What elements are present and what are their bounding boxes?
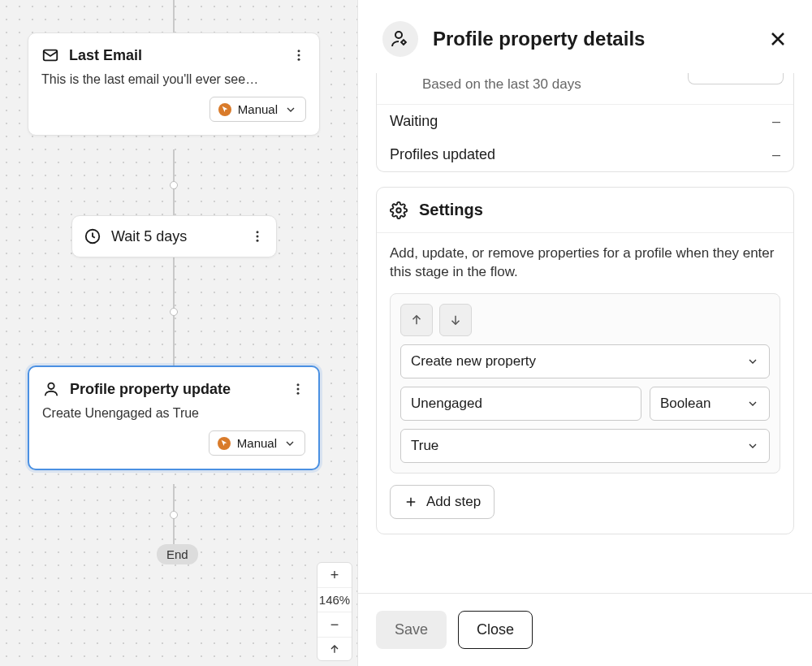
- flow-card-profile-property[interactable]: Profile property update Create Unengaged…: [28, 365, 320, 470]
- card-title: Wait 5 days: [111, 228, 187, 245]
- stat-row-waiting: Waiting –: [377, 105, 793, 138]
- zoom-controls: + 146% −: [317, 562, 352, 661]
- property-step-box: Create new property Unengaged Boolean: [390, 293, 780, 474]
- details-panel: Profile property details Based on the la…: [357, 0, 812, 666]
- svg-point-11: [297, 392, 300, 395]
- stats-box: Based on the last 30 days Waiting – Prof…: [376, 73, 794, 172]
- svg-point-14: [396, 208, 401, 213]
- close-button[interactable]: Close: [458, 611, 533, 649]
- status-dropdown[interactable]: Manual: [209, 97, 306, 122]
- flow-card-wait[interactable]: Wait 5 days: [71, 215, 277, 257]
- save-button[interactable]: Save: [376, 611, 447, 649]
- svg-point-9: [297, 383, 300, 386]
- connector-node[interactable]: [170, 511, 178, 519]
- chevron-down-icon: [746, 397, 759, 410]
- stat-value: –: [772, 113, 780, 130]
- close-panel-button[interactable]: [768, 29, 788, 49]
- clock-icon: [84, 227, 102, 245]
- svg-point-2: [298, 54, 300, 57]
- settings-box: Settings Add, update, or remove properti…: [376, 187, 794, 534]
- chevron-down-icon: [283, 437, 296, 450]
- connector-node[interactable]: [170, 308, 178, 316]
- mail-icon: [41, 46, 59, 64]
- svg-point-8: [48, 383, 54, 389]
- property-name-input[interactable]: Unengaged: [400, 387, 641, 421]
- timeframe-button-stub[interactable]: [688, 73, 784, 84]
- connector-node[interactable]: [170, 181, 178, 189]
- move-down-button[interactable]: [439, 304, 472, 336]
- stats-timeframe: Based on the last 30 days: [377, 73, 793, 105]
- card-subtext: This is the last email you'll ever see…: [41, 72, 306, 87]
- svg-rect-13: [401, 40, 406, 45]
- zoom-in-button[interactable]: +: [317, 563, 352, 587]
- panel-footer: Save Close: [358, 593, 812, 666]
- plus-icon: [404, 495, 418, 509]
- svg-point-7: [257, 240, 259, 242]
- svg-point-5: [257, 231, 259, 233]
- cursor-icon: [218, 103, 231, 116]
- chevron-down-icon: [746, 355, 759, 368]
- property-type-select[interactable]: Boolean: [650, 387, 770, 421]
- card-menu-button[interactable]: [291, 382, 305, 396]
- move-up-button[interactable]: [400, 304, 433, 336]
- panel-title: Profile property details: [433, 28, 645, 50]
- svg-point-6: [257, 236, 259, 238]
- profile-property-icon: [382, 21, 418, 57]
- card-menu-button[interactable]: [292, 48, 306, 63]
- svg-point-1: [298, 50, 300, 52]
- stat-value: –: [772, 146, 780, 163]
- panel-header: Profile property details: [358, 0, 812, 75]
- add-step-button[interactable]: Add step: [390, 485, 495, 519]
- card-title: Profile property update: [70, 381, 231, 398]
- zoom-top-button[interactable]: [317, 637, 352, 660]
- flow-canvas[interactable]: Last Email This is the last email you'll…: [0, 0, 357, 666]
- card-title: Last Email: [69, 47, 142, 64]
- svg-point-3: [298, 58, 300, 61]
- status-label: Manual: [238, 102, 278, 116]
- settings-description: Add, update, or remove properties for a …: [390, 244, 780, 282]
- connector-line: [173, 0, 175, 32]
- svg-point-12: [395, 32, 402, 38]
- zoom-level: 146%: [317, 587, 352, 612]
- property-value-select[interactable]: True: [400, 429, 770, 463]
- flow-end-chip: End: [157, 544, 198, 564]
- zoom-out-button[interactable]: −: [317, 612, 352, 637]
- svg-point-10: [297, 388, 300, 391]
- card-menu-button[interactable]: [250, 229, 265, 244]
- settings-heading: Settings: [377, 188, 793, 233]
- stat-label: Waiting: [390, 113, 438, 130]
- action-select[interactable]: Create new property: [400, 344, 770, 378]
- card-subtext: Create Unengaged as True: [42, 406, 305, 421]
- cursor-icon: [218, 437, 231, 450]
- gear-icon: [390, 201, 408, 219]
- person-icon: [42, 380, 60, 398]
- chevron-down-icon: [746, 439, 759, 452]
- flow-card-email[interactable]: Last Email This is the last email you'll…: [28, 32, 320, 136]
- status-label: Manual: [237, 436, 277, 450]
- chevron-down-icon: [284, 103, 297, 116]
- stat-label: Profiles updated: [390, 146, 495, 163]
- status-dropdown[interactable]: Manual: [209, 430, 305, 456]
- stat-row-updated: Profiles updated –: [377, 138, 793, 171]
